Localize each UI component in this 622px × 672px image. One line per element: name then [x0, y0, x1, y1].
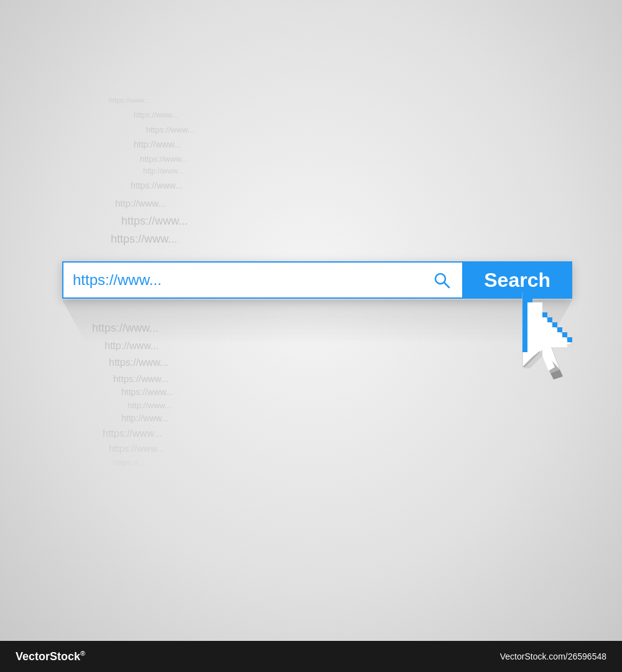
search-input-text[interactable]: https://www... — [73, 271, 430, 289]
url-line: https://www... — [109, 357, 168, 368]
svg-rect-5 — [522, 302, 527, 307]
url-line: http://www... — [128, 401, 172, 410]
svg-line-1 — [444, 282, 449, 287]
svg-rect-12 — [542, 312, 547, 317]
url-line: https://www... — [134, 111, 178, 119]
svg-rect-19 — [522, 327, 527, 332]
url-line: https://www... — [109, 96, 149, 104]
url-line: https://www... — [131, 180, 182, 190]
url-line: http://www... — [121, 413, 169, 423]
url-line: https://www... — [113, 373, 169, 384]
url-line: http://www... — [143, 167, 183, 175]
svg-rect-21 — [522, 337, 527, 342]
svg-rect-14 — [552, 322, 557, 327]
url-line: https://www... — [140, 154, 188, 164]
url-line: http://www... — [115, 198, 166, 208]
url-line: http://www... — [134, 139, 181, 149]
svg-rect-6 — [522, 307, 527, 312]
cursor-3d — [510, 286, 610, 411]
svg-rect-15 — [557, 327, 562, 332]
svg-rect-7 — [522, 312, 527, 317]
footer-logo: VectorStock® — [16, 650, 85, 663]
svg-rect-4 — [522, 297, 527, 302]
svg-rect-20 — [522, 332, 527, 337]
svg-rect-3 — [522, 292, 527, 297]
url-line: https://www... — [111, 233, 177, 246]
search-bar-shadow — [62, 300, 572, 343]
url-line: https://... — [113, 458, 144, 467]
url-line: https://www... — [109, 443, 164, 454]
search-icon — [430, 269, 453, 291]
svg-rect-8 — [522, 317, 527, 322]
footer-logo-registered: ® — [80, 650, 85, 657]
footer-url-text: VectorStock.com/26596548 — [500, 651, 606, 661]
svg-rect-17 — [567, 337, 572, 342]
search-bar: https://www... Search — [62, 261, 572, 299]
url-line: https://www... — [121, 387, 173, 397]
url-line: https://www... — [146, 125, 194, 134]
search-input-wrapper: https://www... — [62, 261, 462, 299]
svg-rect-22 — [522, 342, 527, 347]
svg-rect-18 — [522, 322, 527, 327]
svg-rect-16 — [562, 332, 567, 337]
footer-logo-text: VectorStock — [16, 650, 80, 663]
url-line: https://www... — [103, 428, 162, 439]
svg-rect-9 — [527, 297, 532, 302]
url-line: https://www... — [121, 215, 188, 228]
main-area: https://www...https://www...https://www.… — [0, 0, 622, 641]
svg-rect-23 — [522, 347, 527, 352]
footer: VectorStock® VectorStock.com/26596548 — [0, 641, 622, 672]
svg-rect-13 — [547, 317, 552, 322]
